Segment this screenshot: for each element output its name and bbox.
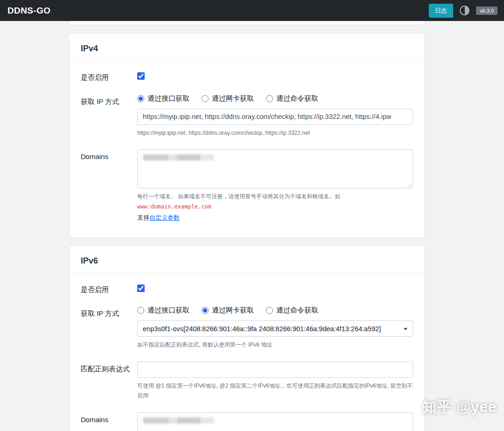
ipv4-domains-help: 每行一个域名。 如果域名不可注册，请使用冒号手动将其分为子域名和根域名。如 ww…: [137, 192, 413, 212]
radio-label: 通过命令获取: [276, 94, 318, 103]
topbar-actions: 日志 v6.3.0: [429, 4, 497, 18]
ipv6-regex-label: 匹配正则表达式: [81, 361, 137, 401]
ipv4-domains-textarea[interactable]: [137, 149, 413, 188]
top-navbar: DDNS-GO 日志 v6.3.0: [0, 0, 504, 21]
ipv4-custom-params-link[interactable]: 自定义参数: [149, 214, 180, 221]
ipv6-method-radio-group: 通过接口获取 通过网卡获取 通过命令获取: [137, 306, 413, 315]
ipv6-method-command[interactable]: 通过命令获取: [266, 306, 318, 315]
ipv4-url-help: https://myip.ipip.net, https://ddns.oray…: [137, 128, 413, 139]
ipv6-method-netcard[interactable]: 通过网卡获取: [202, 306, 254, 315]
ipv6-enable-label: 是否启用: [81, 285, 137, 295]
ipv4-method-interface-radio[interactable]: [137, 95, 144, 102]
ipv4-card-title: IPv4: [70, 34, 424, 61]
ipv6-domains-redacted-value: [143, 417, 214, 424]
chevron-down-icon: [404, 328, 407, 330]
ipv4-enable-checkbox[interactable]: [137, 72, 145, 80]
ipv4-domains-label: Domains: [81, 149, 137, 223]
ipv6-enable-row: 是否启用: [81, 285, 413, 295]
ipv4-enable-row: 是否启用: [81, 72, 413, 83]
previous-card-bottom: [69, 21, 425, 25]
domains-help-text: 每行一个域名。 如果域名不可注册，请使用冒号手动将其分为子域名和根域名。如: [137, 193, 340, 200]
radio-label: 通过网卡获取: [212, 94, 254, 103]
ipv6-method-row: 获取 IP 方式 通过接口获取 通过网卡获取 通过命令获: [81, 306, 413, 350]
ipv4-domains-redacted-value: [143, 154, 214, 160]
ipv6-method-interface-radio[interactable]: [137, 307, 144, 314]
ipv4-method-netcard[interactable]: 通过网卡获取: [202, 94, 254, 103]
radio-label: 通过命令获取: [276, 306, 318, 315]
version-badge: v6.3.0: [476, 7, 497, 15]
domains-help-code: www:domain.example.com: [137, 203, 211, 210]
app-logo: DDNS-GO: [7, 6, 51, 16]
ipv4-method-interface[interactable]: 通过接口获取: [137, 94, 189, 103]
radio-label: 通过接口获取: [147, 94, 189, 103]
ipv4-custom-params-line: 支持自定义参数: [137, 212, 413, 223]
log-button[interactable]: 日志: [429, 4, 453, 18]
ipv4-card: IPv4 是否启用 获取 IP 方式 通过接口获取: [69, 33, 425, 238]
ipv6-method-netcard-radio[interactable]: [202, 307, 209, 314]
watermark: 知乎 @yee: [422, 397, 497, 417]
ipv4-domains-row: Domains 每行一个域名。 如果域名不可注册，请使用冒号手动将其分为子域名和…: [81, 149, 413, 223]
ipv6-method-label: 获取 IP 方式: [81, 306, 137, 350]
ipv6-regex-input[interactable]: [137, 361, 413, 378]
ipv6-regex-row: 匹配正则表达式 可使用 @1 指定第一个IPv6地址, @2 指定第二个IPv6…: [81, 361, 413, 401]
ipv6-domains-label: Domains: [81, 412, 137, 431]
ipv4-url-input[interactable]: [137, 109, 413, 125]
ipv4-method-command[interactable]: 通过命令获取: [266, 94, 318, 103]
ipv4-enable-label: 是否启用: [81, 72, 137, 83]
ipv6-method-command-radio[interactable]: [266, 307, 273, 314]
ipv6-domains-row: Domains 每行一个域名。 如果域名不可注册，请使用冒号手动将其分为子域名和…: [81, 412, 413, 431]
ipv6-interface-help: 如不指定匹配正则表达式, 将默认使用第一个 IPv6 地址: [137, 340, 413, 350]
ipv6-interface-selected-value: enp3s0f1-ovs[2408:8266:901:46a::9fa 2408…: [143, 325, 381, 333]
theme-toggle-icon[interactable]: [460, 6, 469, 15]
ipv6-card-title: IPv6: [70, 246, 424, 273]
resize-grip-icon[interactable]: [407, 182, 412, 187]
ipv4-method-row: 获取 IP 方式 通过接口获取 通过网卡获取 通过命令获: [81, 94, 413, 139]
main-content: IPv4 是否启用 获取 IP 方式 通过接口获取: [69, 21, 425, 431]
support-text: 支持: [137, 214, 149, 221]
ipv6-enable-checkbox[interactable]: [137, 285, 145, 292]
ipv4-method-netcard-radio[interactable]: [202, 95, 209, 102]
ipv6-interface-select[interactable]: enp3s0f1-ovs[2408:8266:901:46a::9fa 2408…: [137, 320, 413, 337]
ipv6-domains-textarea[interactable]: [137, 412, 413, 431]
ipv4-method-label: 获取 IP 方式: [81, 94, 137, 139]
ipv6-method-interface[interactable]: 通过接口获取: [137, 306, 189, 315]
radio-label: 通过网卡获取: [212, 306, 254, 315]
ipv4-method-radio-group: 通过接口获取 通过网卡获取 通过命令获取: [137, 94, 413, 103]
ipv4-method-command-radio[interactable]: [266, 95, 273, 102]
ipv6-card: IPv6 是否启用 获取 IP 方式 通过接口获取: [69, 245, 425, 431]
radio-label: 通过接口获取: [147, 306, 189, 315]
ipv6-regex-help: 可使用 @1 指定第一个IPv6地址, @2 指定第二个IPv6地址... 也可…: [137, 381, 413, 401]
